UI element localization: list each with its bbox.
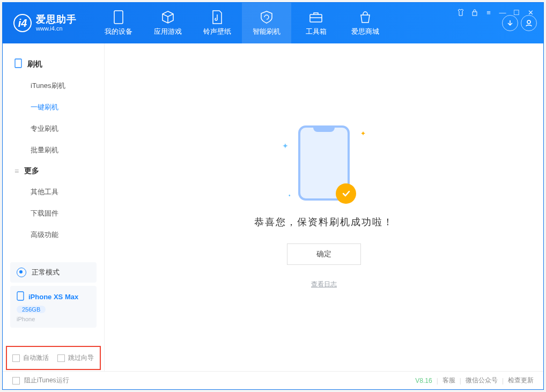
device-name: iPhone XS Max [28, 293, 78, 301]
user-button[interactable] [521, 15, 537, 31]
briefcase-icon [308, 10, 323, 25]
nav-my-device[interactable]: 我的设备 [94, 3, 143, 43]
status-bar: 阻止iTunes运行 V8.16 | 客服 | 微信公众号 | 检查更新 [3, 371, 543, 389]
tshirt-icon[interactable] [456, 8, 465, 17]
maximize-button[interactable]: ☐ [512, 8, 521, 17]
main-content: ✦ ✦ • 恭喜您，保资料刷机成功啦！ 确定 查看日志 [105, 43, 543, 371]
nav-label: 爱思商城 [351, 27, 379, 36]
group-label: 更多 [24, 166, 39, 176]
close-button[interactable]: ✕ [526, 8, 535, 17]
nav-label: 应用游戏 [154, 27, 182, 36]
nav-smart-flash[interactable]: 智能刷机 [242, 3, 291, 43]
svg-rect-5 [17, 292, 24, 300]
sidebar-group-more: ≡ 更多 [3, 161, 104, 181]
auto-activate-option[interactable]: 自动激活 [12, 353, 49, 363]
download-button[interactable] [502, 15, 518, 31]
checkbox-icon[interactable] [12, 377, 20, 384]
device-type: iPhone [17, 316, 90, 322]
wechat-link[interactable]: 微信公众号 [466, 376, 498, 385]
lock-icon[interactable] [470, 8, 479, 17]
phone-icon [14, 58, 22, 70]
app-logo: i4 爱思助手 www.i4.cn [13, 14, 77, 32]
sidebar-group-flash: 刷机 [3, 53, 104, 75]
titlebar: i4 爱思助手 www.i4.cn 我的设备 应用游戏 铃声壁纸 智能刷机 [3, 3, 543, 43]
shield-refresh-icon [259, 10, 274, 25]
bag-icon [358, 10, 373, 25]
menu-icon[interactable]: ≡ [484, 8, 493, 17]
nav-ringtones[interactable]: 铃声壁纸 [193, 3, 242, 43]
sparkle-icon: ✦ [282, 142, 289, 150]
device-mode-panel[interactable]: 正常模式 [10, 262, 97, 283]
highlighted-options: 自动激活 跳过向导 [6, 346, 101, 370]
body: 刷机 iTunes刷机 一键刷机 专业刷机 批量刷机 ≡ 更多 其他工具 下载固… [3, 43, 543, 371]
sidebar: 刷机 iTunes刷机 一键刷机 专业刷机 批量刷机 ≡ 更多 其他工具 下载固… [3, 43, 105, 371]
skip-wizard-option[interactable]: 跳过向导 [57, 353, 94, 363]
success-message: 恭喜您，保资料刷机成功啦！ [254, 216, 394, 228]
sparkle-icon: • [289, 193, 291, 198]
app-subtitle: www.i4.cn [36, 25, 77, 32]
sidebar-item-batch-flash[interactable]: 批量刷机 [3, 139, 104, 161]
app-title: 爱思助手 [36, 14, 77, 25]
list-icon: ≡ [14, 167, 19, 175]
sidebar-item-download-firmware[interactable]: 下载固件 [3, 203, 104, 224]
svg-point-3 [527, 20, 530, 24]
app-window: i4 爱思助手 www.i4.cn 我的设备 应用游戏 铃声壁纸 智能刷机 [2, 2, 544, 390]
device-phone-icon [17, 291, 24, 302]
minimize-button[interactable]: — [498, 8, 507, 17]
nav-store[interactable]: 爱思商城 [341, 3, 390, 43]
sidebar-item-advanced[interactable]: 高级功能 [3, 224, 104, 246]
nav-label: 铃声壁纸 [203, 27, 231, 36]
nav-apps[interactable]: 应用游戏 [143, 3, 193, 43]
device-icon [111, 10, 126, 25]
checkbox-icon[interactable] [12, 354, 20, 362]
success-illustration: ✦ ✦ • [298, 125, 350, 201]
mode-indicator-icon [17, 268, 26, 277]
svg-rect-1 [310, 14, 322, 22]
sidebar-item-pro-flash[interactable]: 专业刷机 [3, 118, 104, 139]
window-controls: ≡ — ☐ ✕ [456, 8, 535, 17]
support-link[interactable]: 客服 [442, 376, 455, 385]
group-label: 刷机 [27, 60, 42, 69]
mode-label: 正常模式 [32, 268, 60, 277]
title-action-buttons [502, 15, 537, 31]
sidebar-item-onekey-flash[interactable]: 一键刷机 [3, 97, 104, 118]
version-label: V8.16 [415, 377, 432, 384]
ok-button[interactable]: 确定 [287, 243, 361, 265]
view-log-link[interactable]: 查看日志 [311, 280, 337, 289]
check-badge-icon [336, 183, 356, 204]
nav-toolbox[interactable]: 工具箱 [291, 3, 341, 43]
device-panel[interactable]: iPhone XS Max 256GB iPhone [10, 286, 97, 328]
svg-rect-4 [15, 59, 21, 68]
cube-icon [160, 10, 175, 25]
checkbox-icon[interactable] [57, 354, 65, 362]
nav-label: 我的设备 [105, 27, 132, 36]
device-storage-badge: 256GB [17, 306, 46, 313]
phone-illustration [298, 125, 350, 201]
music-file-icon [210, 10, 225, 25]
svg-rect-0 [114, 11, 123, 24]
sidebar-item-itunes-flash[interactable]: iTunes刷机 [3, 75, 104, 97]
nav-label: 工具箱 [306, 27, 327, 36]
logo-icon: i4 [13, 14, 32, 32]
check-update-link[interactable]: 检查更新 [508, 376, 534, 385]
sparkle-icon: ✦ [360, 130, 366, 137]
stop-itunes-label[interactable]: 阻止iTunes运行 [24, 376, 69, 385]
sidebar-item-other-tools[interactable]: 其他工具 [3, 181, 104, 203]
nav-label: 智能刷机 [253, 27, 281, 36]
svg-rect-2 [473, 12, 477, 16]
main-nav: 我的设备 应用游戏 铃声壁纸 智能刷机 工具箱 爱思商城 [94, 3, 390, 43]
